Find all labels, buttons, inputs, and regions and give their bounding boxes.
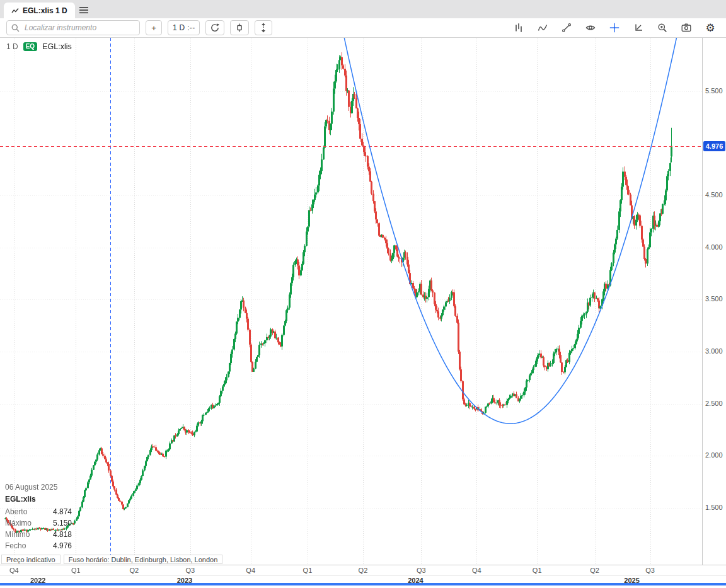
chart-type-icon <box>538 23 548 33</box>
instrument-search[interactable] <box>6 20 140 35</box>
time-tick-label: Q4 <box>472 567 481 574</box>
visibility-button[interactable] <box>582 20 599 35</box>
trendline-button[interactable] <box>558 20 575 35</box>
up-down-arrows-icon <box>260 23 267 33</box>
app-window: EGL:xlis 1 D + 1 D :-- <box>0 0 726 588</box>
chart-type-button[interactable] <box>534 20 551 35</box>
tab-title: EGL:xlis 1 D <box>23 6 67 15</box>
indicators-icon <box>514 23 524 33</box>
gear-icon: ⚙ <box>705 23 715 33</box>
time-tick-label: Q2 <box>129 567 139 574</box>
refresh-icon <box>210 23 219 32</box>
time-tick-label: Q3 <box>417 567 426 574</box>
hamburger-icon <box>79 6 88 14</box>
chart-tools: ⚙ <box>510 20 720 35</box>
current-price-label: 4.976 <box>703 141 725 151</box>
time-tick-label: Q2 <box>359 567 368 574</box>
chart-footer-chips: Preço indicativo Fuso horário: Dublin, E… <box>1 555 222 564</box>
time-tick-label: Q2 <box>590 567 599 574</box>
hamburger-menu-button[interactable] <box>77 4 91 16</box>
toolbar: + 1 D :-- <box>0 18 726 38</box>
time-tick-label: Q1 <box>533 567 542 574</box>
scale-button[interactable] <box>630 20 647 35</box>
tab-bar: EGL:xlis 1 D <box>0 0 726 18</box>
candlestick-style-icon <box>235 23 244 32</box>
price-tick-label: 4.000 <box>705 243 723 251</box>
price-tick-label: 5.500 <box>705 87 723 95</box>
price-tick-label: 3.500 <box>705 295 723 303</box>
indicators-button[interactable] <box>510 20 527 35</box>
crosshair-button[interactable] <box>606 20 623 35</box>
time-tick-label: Q4 <box>9 567 19 574</box>
price-indicative-chip: Preço indicativo <box>1 555 60 564</box>
camera-icon <box>681 23 691 33</box>
crosshair-icon <box>609 23 619 33</box>
price-tick-label: 2.500 <box>705 400 723 407</box>
fit-scale-button[interactable] <box>255 20 272 35</box>
chart-style-button[interactable] <box>230 20 249 35</box>
price-tick-label: 3.000 <box>705 347 723 355</box>
line-chart-icon <box>11 7 19 14</box>
trendline-icon <box>562 23 572 33</box>
settings-button[interactable]: ⚙ <box>702 20 718 35</box>
screenshot-button[interactable] <box>678 20 694 35</box>
axis-row-separator <box>0 575 726 576</box>
window-bottom-bar <box>0 583 726 585</box>
zoom-in-icon <box>657 23 667 33</box>
chart-canvas[interactable] <box>0 38 702 565</box>
refresh-button[interactable] <box>205 20 224 35</box>
interval-button[interactable]: 1 D :-- <box>168 20 200 35</box>
price-tick-label: 4.500 <box>705 191 723 199</box>
time-tick-label: Q1 <box>71 567 81 574</box>
price-tick-label: 2.000 <box>705 451 723 459</box>
price-tick-label: 1.500 <box>705 504 723 511</box>
chart-area: 1 D EQ EGL:xlis 06 August 2025 EGL:xlis … <box>0 38 726 585</box>
price-axis[interactable]: 5.5004.5004.0003.5003.0002.5002.0001.500… <box>702 38 726 565</box>
visibility-icon <box>585 23 596 33</box>
time-tick-label: Q3 <box>645 567 655 574</box>
scale-icon <box>633 23 643 33</box>
timezone-chip[interactable]: Fuso horário: Dublin, Edinburgh, Lisbon,… <box>64 555 223 564</box>
add-instrument-button[interactable]: + <box>146 20 162 35</box>
search-icon <box>11 24 20 32</box>
time-tick-label: Q1 <box>303 567 313 574</box>
chart-tab[interactable]: EGL:xlis 1 D <box>4 3 75 18</box>
time-tick-label: Q4 <box>246 567 255 574</box>
zoom-in-button[interactable] <box>654 20 671 35</box>
search-input[interactable] <box>23 23 135 33</box>
time-tick-label: Q3 <box>186 567 195 574</box>
